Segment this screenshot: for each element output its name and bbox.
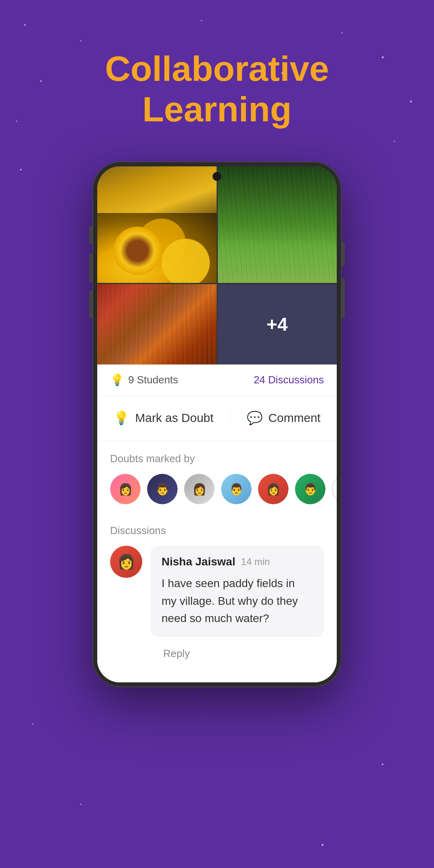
commenter-avatar-face: 👩 xyxy=(110,546,142,578)
more-images-count: +4 xyxy=(266,313,287,335)
volume-down-button xyxy=(89,254,92,282)
comment-bubble-1: Nisha Jaiswal 14 min I have seen paddy f… xyxy=(150,546,324,637)
doubt-avatar-3[interactable]: 👩 xyxy=(184,474,215,504)
avatars-next-button[interactable]: › xyxy=(332,474,337,504)
comment-header-1: Nisha Jaiswal 14 min xyxy=(162,555,313,568)
doubts-avatar-row: 👩 👨 👩 👨 xyxy=(110,474,324,504)
image-grid: +4 xyxy=(97,166,337,364)
doubts-label: Doubts marked by xyxy=(110,452,324,465)
students-stat: 💡 9 Students xyxy=(110,373,178,387)
phone-device: +4 💡 9 Students 24 Discussions 💡 Mark as… xyxy=(92,162,342,687)
comment-author-1: Nisha Jaiswal xyxy=(162,555,235,568)
rice-field-image xyxy=(218,166,337,283)
power-button xyxy=(89,290,92,318)
mark-doubt-label: Mark as Doubt xyxy=(135,411,213,425)
students-count: 9 Students xyxy=(128,374,178,386)
corn-image xyxy=(97,284,217,364)
phone-mockup: +4 💡 9 Students 24 Discussions 💡 Mark as… xyxy=(0,154,434,687)
avatar-face-2: 👨 xyxy=(147,474,178,504)
doubt-avatar-5[interactable]: 👩 xyxy=(258,474,289,504)
comment-label: Comment xyxy=(268,411,321,425)
avatar-face-6: 👨 xyxy=(295,474,326,504)
page-header: Collaborative Learning xyxy=(0,0,434,154)
page-title: Collaborative Learning xyxy=(0,48,434,129)
phone-screen: +4 💡 9 Students 24 Discussions 💡 Mark as… xyxy=(97,166,337,682)
avatar-face-5: 👩 xyxy=(258,474,289,504)
doubt-avatar-4[interactable]: 👨 xyxy=(221,474,252,504)
comment-time-1: 14 min xyxy=(241,556,270,567)
more-images-overlay[interactable]: +4 xyxy=(217,284,337,364)
comment-button[interactable]: 💬 Comment xyxy=(247,410,321,426)
comment-text-1: I have seen paddy fields in my village. … xyxy=(162,575,313,627)
camera-notch xyxy=(213,172,221,181)
volume-up-button xyxy=(89,226,92,244)
avatar-face-4: 👨 xyxy=(221,474,252,504)
doubt-icon: 💡 xyxy=(113,410,129,426)
discussions-stat[interactable]: 24 Discussions xyxy=(254,374,324,386)
doubts-section: Doubts marked by 👩 👨 👩 xyxy=(97,440,337,512)
comment-avatar-1: 👩 xyxy=(110,546,142,578)
discussions-count: 24 Discussions xyxy=(254,374,324,386)
doubt-avatar-6[interactable]: 👨 xyxy=(295,474,326,504)
comment-icon: 💬 xyxy=(247,410,263,426)
doubt-avatar-1[interactable]: 👩 xyxy=(110,474,141,504)
action-bar: 💡 Mark as Doubt 💬 Comment xyxy=(97,396,337,440)
stats-bar: 💡 9 Students 24 Discussions xyxy=(97,364,337,396)
sunflower-image xyxy=(97,166,217,283)
bulb-icon: 💡 xyxy=(110,373,124,387)
comment-card-1: 👩 Nisha Jaiswal 14 min I have seen paddy… xyxy=(110,546,324,666)
avatar-face-3: 👩 xyxy=(184,474,215,504)
mark-doubt-button[interactable]: 💡 Mark as Doubt xyxy=(113,410,213,426)
doubt-avatar-2[interactable]: 👨 xyxy=(147,474,178,504)
reply-button-1[interactable]: Reply xyxy=(150,641,203,666)
discussions-label: Discussions xyxy=(110,524,324,537)
action-divider xyxy=(230,408,230,428)
avatar-face-1: 👩 xyxy=(110,474,141,504)
discussions-section: Discussions 👩 Nisha Jaiswal 14 min I hav… xyxy=(97,512,337,682)
